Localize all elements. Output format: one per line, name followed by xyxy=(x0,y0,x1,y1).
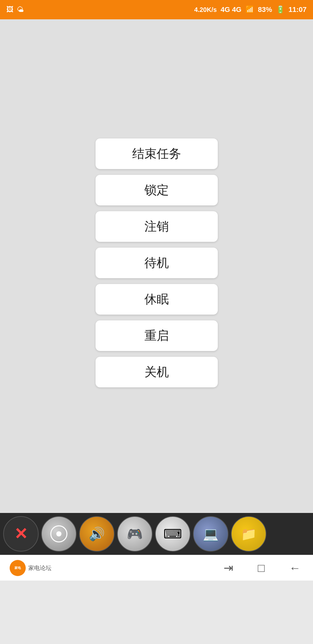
status-bar: 🖼 🌤 4.20K/s 4G 4G 📶 83% 🔋 11:07 xyxy=(0,0,313,19)
nav-bar: 家电 家电论坛 ⇥ □ ← xyxy=(0,555,313,581)
top-spacer xyxy=(0,19,313,135)
status-left: 🖼 🌤 xyxy=(6,5,24,14)
taskbar-item-app2[interactable]: 🔊 xyxy=(79,516,115,552)
battery-icon: 🔋 xyxy=(276,5,285,14)
svg-point-1 xyxy=(56,531,61,536)
action-button-list: 结束任务锁定注销待机休眠重启关机 xyxy=(96,138,218,387)
taskbar-item-app4[interactable]: ⌨ xyxy=(155,516,190,552)
close-x-icon: ✕ xyxy=(14,526,28,542)
taskbar-item-app3[interactable]: 🎮 xyxy=(117,516,152,552)
bottom-spacer xyxy=(0,391,313,513)
nav-logo-area: 家电 家电论坛 xyxy=(10,560,51,576)
standby-button[interactable]: 待机 xyxy=(96,248,218,278)
network-speed: 4.20K/s xyxy=(194,6,217,14)
home-button[interactable]: □ xyxy=(255,559,267,577)
restart-button[interactable]: 重启 xyxy=(96,320,218,351)
end-task-button[interactable]: 结束任务 xyxy=(96,138,218,169)
status-right: 4.20K/s 4G 4G 📶 83% 🔋 11:07 xyxy=(194,5,307,14)
signal-bars: 📶 xyxy=(245,5,254,14)
taskbar-item-app6[interactable]: 📁 xyxy=(231,516,266,552)
back-button[interactable]: ← xyxy=(287,559,303,577)
app-name: 家电论坛 xyxy=(28,564,51,572)
battery-level: 83% xyxy=(258,5,272,14)
button-container: 结束任务锁定注销待机休眠重启关机 xyxy=(0,135,313,391)
taskbar: ✕🔊🎮⌨💻📁 xyxy=(0,513,313,555)
weather-icon: 🌤 xyxy=(17,5,24,14)
clock: 11:07 xyxy=(289,5,307,14)
recent-apps-button[interactable]: ⇥ xyxy=(221,559,236,577)
taskbar-item-close[interactable]: ✕ xyxy=(3,516,39,552)
app-logo: 家电 xyxy=(10,560,26,576)
hibernate-button[interactable]: 休眠 xyxy=(96,284,218,315)
taskbar-item-app5[interactable]: 💻 xyxy=(193,516,228,552)
photo-icon: 🖼 xyxy=(6,5,14,14)
lock-button[interactable]: 锁定 xyxy=(96,175,218,205)
nav-buttons: ⇥ □ ← xyxy=(221,559,303,577)
taskbar-item-app1[interactable] xyxy=(41,516,77,552)
logout-button[interactable]: 注销 xyxy=(96,211,218,242)
network-type: 4G 4G xyxy=(221,5,242,14)
shutdown-button[interactable]: 关机 xyxy=(96,357,218,387)
